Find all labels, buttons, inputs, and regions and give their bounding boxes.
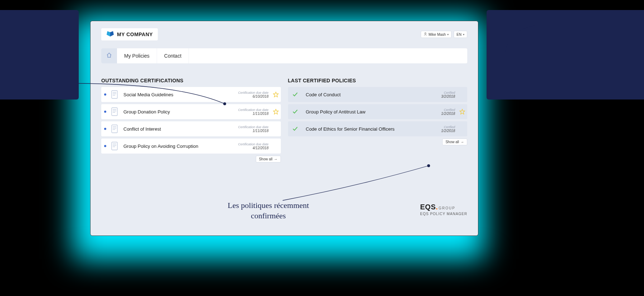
policy-card[interactable]: Group Policy on Avoiding Corruption Cert… (101, 139, 281, 154)
certified-label: Certfied (441, 91, 455, 94)
svg-rect-9 (112, 125, 117, 133)
app-header: MY COMPANY Mike Mash ▾ EN ▾ (91, 21, 478, 44)
due-date: 1/11/2018 (238, 129, 268, 133)
language-code: EN (457, 33, 462, 37)
policy-meta: Certfied 1/2/2018 (441, 125, 457, 133)
document-icon (109, 90, 120, 99)
document-icon (109, 107, 120, 116)
svg-rect-1 (112, 91, 117, 98)
bullet-icon (101, 93, 109, 96)
nav-item-label: Contact (164, 53, 181, 59)
policy-title: Group Policy on Avoiding Corruption (120, 144, 238, 149)
chevron-down-icon: ▾ (463, 33, 464, 36)
bullet-icon (101, 145, 109, 147)
policy-title: Code of Ethics for Senior Financial Offi… (302, 126, 441, 132)
company-logo: MY COMPANY (101, 28, 158, 40)
policy-meta: Certification due date 1/11/2018 (238, 108, 270, 116)
policy-card[interactable]: Group Policy of Antitrust Law Certfied 1… (288, 104, 468, 119)
policy-card[interactable]: Social Media Guidelines Certification du… (101, 87, 281, 102)
policy-title: Group Policy of Antitrust Law (302, 109, 441, 115)
show-all-label: Show all (445, 140, 459, 144)
policy-title: Conflict of Interest (120, 126, 238, 132)
star-icon[interactable] (457, 109, 467, 115)
annotation-center: Les politiques récemment confirmées (211, 200, 326, 221)
bullet-icon (101, 111, 109, 113)
butterfly-icon (106, 31, 114, 38)
nav-item-label: My Policies (124, 53, 150, 59)
due-date-label: Certification due date (238, 142, 268, 146)
svg-rect-5 (112, 108, 117, 116)
policy-title: Group Donation Policy (120, 109, 238, 115)
policy-meta: Certification due date 6/10/2018 (238, 91, 270, 98)
nav-contact[interactable]: Contact (157, 48, 189, 63)
document-icon (109, 125, 120, 133)
side-panel-left (0, 10, 79, 100)
brand-accent-icon: . (436, 203, 438, 211)
brand-product: EQS POLICY MANAGER (420, 212, 467, 216)
header-controls: Mike Mash ▾ EN ▾ (421, 31, 467, 38)
svg-rect-13 (112, 142, 117, 150)
chevron-down-icon: ▾ (447, 33, 449, 36)
content: OUTSTANDING CERTIFICATIONS Social Media … (91, 63, 478, 162)
due-date-label: Certification due date (238, 108, 268, 112)
policy-card[interactable]: Conflict of Interest Certification due d… (101, 121, 281, 136)
brand-footer: EQS.GROUP EQS POLICY MANAGER (420, 203, 467, 216)
certified-date: 3/2/2018 (441, 94, 455, 98)
brand-logo: EQS.GROUP (420, 203, 467, 211)
certified-label: Certfied (441, 108, 455, 112)
company-name: MY COMPANY (117, 31, 153, 37)
document-icon (109, 142, 120, 150)
star-icon[interactable] (271, 92, 281, 97)
bullet-icon (101, 128, 109, 130)
due-date: 6/10/2018 (238, 94, 268, 98)
due-date-label: Certification due date (238, 125, 268, 129)
star-icon[interactable] (271, 109, 281, 115)
policy-meta: Certification due date 1/11/2018 (238, 125, 270, 133)
certified-date: 1/2/2018 (441, 129, 455, 133)
policy-meta: Certification due date 4/12/2018 (238, 142, 270, 150)
show-all-certified[interactable]: Show all → (442, 139, 467, 145)
certified-title: LAST CERTIFIED POLICIES (288, 78, 468, 83)
language-menu[interactable]: EN ▾ (454, 31, 467, 38)
main-nav: My Policies Contact (101, 48, 467, 63)
check-icon (288, 108, 302, 115)
user-icon (424, 32, 427, 37)
outstanding-column: OUTSTANDING CERTIFICATIONS Social Media … (101, 78, 281, 162)
certified-date: 1/2/2018 (441, 112, 455, 116)
brand-name: EQS (420, 203, 436, 211)
policy-meta: Certfied 1/2/2018 (441, 108, 457, 116)
policy-card[interactable]: Code of Ethics for Senior Financial Offi… (288, 121, 468, 136)
policy-title: Code of Conduct (302, 92, 441, 97)
policy-meta: Certfied 3/2/2018 (441, 91, 457, 98)
certified-label: Certfied (441, 125, 455, 129)
svg-point-0 (425, 33, 426, 34)
side-panel-right (487, 10, 644, 100)
user-menu[interactable]: Mike Mash ▾ (421, 31, 452, 38)
nav-home[interactable] (101, 48, 117, 63)
certified-column: LAST CERTIFIED POLICIES Code of Conduct … (288, 78, 468, 162)
arrow-right-icon: → (274, 157, 278, 161)
nav-my-policies[interactable]: My Policies (117, 48, 157, 63)
policy-title: Social Media Guidelines (120, 92, 238, 97)
arrow-right-icon: → (460, 140, 464, 144)
show-all-outstanding[interactable]: Show all → (256, 156, 281, 162)
due-date: 1/11/2018 (238, 112, 268, 116)
due-date: 4/12/2018 (238, 146, 268, 150)
policy-card[interactable]: Group Donation Policy Certification due … (101, 104, 281, 119)
show-all-label: Show all (259, 157, 273, 161)
home-icon (106, 52, 112, 59)
due-date-label: Certification due date (238, 91, 268, 94)
policy-card[interactable]: Code of Conduct Certfied 3/2/2018 (288, 87, 468, 102)
check-icon (288, 126, 302, 132)
outstanding-title: OUTSTANDING CERTIFICATIONS (101, 78, 281, 83)
user-name: Mike Mash (429, 33, 446, 37)
check-icon (288, 91, 302, 98)
brand-group: GROUP (439, 206, 455, 210)
